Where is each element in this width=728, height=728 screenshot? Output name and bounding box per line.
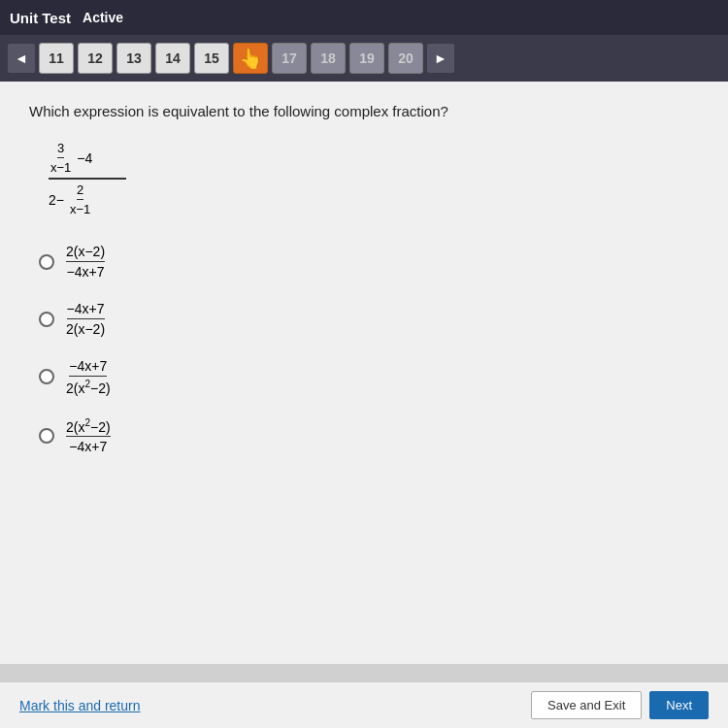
prev-arrow-button[interactable]: ◄	[8, 44, 35, 73]
nav-btn-11[interactable]: 11	[39, 43, 74, 74]
option-c-denominator: 2(x2−2)	[66, 377, 111, 396]
option-a-fraction: 2(x−2) −4x+7	[66, 244, 105, 280]
bottom-denominator: x−1	[70, 200, 90, 216]
inner-fraction-bottom: 2 x−1	[70, 182, 90, 216]
next-button[interactable]: Next	[649, 691, 709, 719]
option-a-denominator: −4x+7	[67, 262, 105, 280]
footer: Mark this and return Save and Exit Next	[0, 681, 728, 728]
radio-c[interactable]	[39, 369, 54, 384]
option-c[interactable]: −4x+7 2(x2−2)	[39, 358, 699, 396]
option-d-numerator: 2(x2−2)	[66, 417, 111, 438]
header-status: Active	[83, 10, 123, 25]
radio-b[interactable]	[39, 312, 54, 327]
nav-btn-17[interactable]: 17	[272, 43, 307, 74]
top-minus-four: −4	[77, 150, 92, 166]
option-b[interactable]: −4x+7 2(x−2)	[39, 301, 699, 337]
nav-btn-12[interactable]: 12	[78, 43, 113, 74]
option-c-numerator: −4x+7	[69, 358, 107, 377]
top-denominator: x−1	[50, 158, 71, 175]
main-content: Which expression is equivalent to the fo…	[0, 82, 728, 664]
nav-btn-19[interactable]: 19	[349, 43, 384, 74]
option-b-numerator: −4x+7	[67, 301, 105, 319]
fraction-bottom: 2− 2 x−1	[49, 180, 92, 216]
nav-btn-16-active[interactable]: 👆	[233, 43, 268, 74]
bottom-two: 2−	[49, 192, 64, 208]
option-c-fraction: −4x+7 2(x2−2)	[66, 358, 111, 396]
option-d[interactable]: 2(x2−2) −4x+7	[39, 417, 699, 455]
fraction-top: 3 x−1 −4	[49, 141, 126, 180]
option-b-denominator: 2(x−2)	[66, 319, 105, 337]
inner-fraction-top: 3 x−1	[50, 141, 71, 175]
complex-fraction: 3 x−1 −4 2− 2 x−1	[49, 141, 126, 216]
nav-btn-15[interactable]: 15	[194, 43, 229, 74]
radio-a[interactable]	[39, 254, 54, 270]
nav-btn-13[interactable]: 13	[116, 43, 151, 74]
header: Unit Test Active	[0, 0, 728, 35]
next-arrow-button[interactable]: ►	[427, 44, 454, 73]
option-a[interactable]: 2(x−2) −4x+7	[39, 244, 699, 280]
nav-btn-20[interactable]: 20	[388, 43, 423, 74]
option-b-fraction: −4x+7 2(x−2)	[66, 301, 105, 337]
top-numerator: 3	[57, 141, 64, 158]
option-d-fraction: 2(x2−2) −4x+7	[66, 417, 111, 455]
cursor-icon: 👆	[239, 47, 263, 70]
radio-d[interactable]	[39, 428, 54, 444]
bottom-numerator: 2	[77, 182, 83, 200]
nav-btn-14[interactable]: 14	[155, 43, 190, 74]
footer-right-buttons: Save and Exit Next	[531, 691, 709, 719]
header-title: Unit Test	[10, 10, 71, 26]
option-a-numerator: 2(x−2)	[66, 244, 105, 262]
save-exit-button[interactable]: Save and Exit	[531, 691, 642, 719]
nav-btn-18[interactable]: 18	[311, 43, 346, 74]
mark-return-button[interactable]: Mark this and return	[19, 698, 141, 713]
option-d-denominator: −4x+7	[69, 437, 107, 454]
big-fraction-display: 3 x−1 −4 2− 2 x−1	[49, 141, 126, 216]
nav-bar: ◄ 11 12 13 14 15 👆 17 18 19 20 ►	[0, 35, 728, 82]
options-list: 2(x−2) −4x+7 −4x+7 2(x−2) −4x+7 2(x2−2) …	[39, 244, 699, 454]
question-text: Which expression is equivalent to the fo…	[29, 101, 699, 121]
